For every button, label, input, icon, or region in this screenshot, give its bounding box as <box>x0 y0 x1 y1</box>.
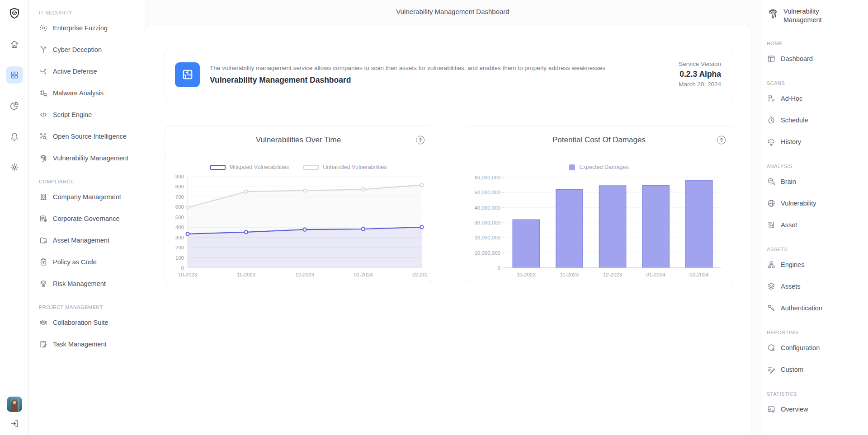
user-avatar[interactable] <box>7 397 22 412</box>
sidebar-item-asset-management[interactable]: Asset Management <box>39 229 144 251</box>
sidebar-item-risk-management[interactable]: Risk Management <box>39 273 144 295</box>
nav-item-authentication[interactable]: Authentication <box>767 297 868 319</box>
nav-item-label: Schedule <box>781 117 808 124</box>
sidebar-item-label: Risk Management <box>53 280 106 287</box>
svg-text:100: 100 <box>175 255 184 261</box>
sidebar-item-company-management[interactable]: Company Management <box>39 186 144 208</box>
nav-item-brain[interactable]: Brain <box>767 171 868 192</box>
nav-item-vulnerability[interactable]: Vulnerability <box>767 192 868 214</box>
pen-lines-icon <box>767 365 776 374</box>
help-icon[interactable]: ? <box>416 136 425 144</box>
sidebar-item-script-engine[interactable]: Script Engine <box>39 104 144 126</box>
fingerprint-icon <box>767 7 779 19</box>
svg-text:60,000,000: 60,000,000 <box>474 175 500 180</box>
svg-text:800: 800 <box>175 184 184 189</box>
potential-cost-of-damages-card: Potential Cost Of Damages ? Expected Dam… <box>465 126 733 284</box>
svg-text:400: 400 <box>175 225 184 230</box>
avatar-image <box>7 397 22 412</box>
settings-gear-icon <box>9 162 19 172</box>
vulnerabilities-over-time-card: Vulnerabilities Over Time ? Mitigated Vu… <box>165 126 432 284</box>
bar-chart-plot: 010,000,00020,000,00030,000,00040,000,00… <box>470 174 728 280</box>
sidebar-item-open-source-intelligence[interactable]: Open Source Intelligence <box>39 126 144 147</box>
sidebar-item-label: Policy as Code <box>53 258 97 266</box>
nav-item-assets[interactable]: Assets <box>767 276 868 297</box>
nav-item-label: Configuration <box>781 344 820 351</box>
nav-item-engines[interactable]: Engines <box>767 254 868 276</box>
content-panel: The vulnerability management service all… <box>145 25 751 435</box>
sidebar-item-cyber-deception[interactable]: Cyber Deception <box>39 39 144 61</box>
dashboard-grid-icon <box>10 70 19 80</box>
app-logo[interactable] <box>8 7 21 20</box>
svg-text:02-2024: 02-2024 <box>689 272 709 277</box>
svg-text:01-2024: 01-2024 <box>354 272 373 277</box>
stopwatch-icon <box>767 116 776 125</box>
module-brand: Vulnerability Management <box>767 7 857 24</box>
branch-icon <box>39 45 48 54</box>
section-title-statistics: STATISTICS <box>767 391 868 397</box>
rail-dashboard-button[interactable] <box>6 66 23 84</box>
section-title-it-security: IT SECURITY <box>39 10 144 15</box>
nav-item-schedule[interactable]: Schedule <box>767 109 868 131</box>
service-version-date: March 20, 2024 <box>679 81 721 88</box>
nav-item-history[interactable]: History <box>767 131 868 153</box>
nav-item-custom[interactable]: Custom <box>767 359 868 380</box>
sidebar-item-label: Script Engine <box>53 111 92 118</box>
sidebar-item-label: Asset Management <box>53 237 109 244</box>
rail-notifications-button[interactable] <box>9 131 19 141</box>
chart-title: Vulnerabilities Over Time <box>256 136 341 145</box>
sidebar-item-label: Malware Analysis <box>53 89 104 97</box>
line-chart-plot: 010020030040050060070080090010-202311-20… <box>170 174 427 280</box>
help-icon[interactable]: ? <box>717 136 726 144</box>
service-title: Vulnerability Management Dashboard <box>210 75 679 85</box>
sidebar-item-label: Active Defense <box>53 68 97 75</box>
sidebar-item-active-defense[interactable]: Active Defense <box>39 61 144 82</box>
sidebar-item-label: Task Management <box>53 341 106 348</box>
nav-item-ad-hoc[interactable]: Ad-Hoc <box>767 88 868 109</box>
sidebar-item-policy-as-code[interactable]: Policy as Code <box>39 251 144 273</box>
service-version-block: Service Version 0.2.3 Alpha March 20, 20… <box>679 61 721 88</box>
sidebar-item-enterprise-fuzzing[interactable]: Enterprise Fuzzing <box>39 17 144 39</box>
nav-item-dashboard[interactable]: Dashboard <box>767 48 868 70</box>
svg-text:10-2023: 10-2023 <box>178 272 197 277</box>
sidebar-item-corporate-governance[interactable]: Corporate Governance <box>39 208 144 229</box>
fingerprint-icon <box>39 154 48 163</box>
svg-text:50,000,000: 50,000,000 <box>474 190 500 195</box>
section-title-project-management: PROJECT MANAGEMENT <box>39 304 144 310</box>
sidebar-item-malware-analysis[interactable]: Malware Analysis <box>39 82 144 104</box>
rail-settings-button[interactable] <box>9 162 19 172</box>
legend-swatch-unhandled <box>303 165 319 170</box>
chart-card-header: Potential Cost Of Damages ? <box>465 126 733 154</box>
svg-text:12-2023: 12-2023 <box>295 272 314 277</box>
network-search-icon <box>39 132 48 141</box>
dashboard-layout-icon <box>181 68 194 81</box>
legend-label-mitigated: Mitigated Vulnerabilities <box>230 164 289 170</box>
service-description: The vulnerability management service all… <box>210 65 679 71</box>
section-title-home: HOME <box>767 41 868 46</box>
nav-item-label: Overview <box>781 406 808 413</box>
sidebar-item-task-management[interactable]: Task Management <box>39 333 144 355</box>
bug-search-icon <box>39 89 48 98</box>
service-version-label: Service Version <box>679 61 721 68</box>
line-chart-legend: Mitigated Vulnerabilities Unhandled Vuln… <box>165 164 432 170</box>
svg-text:20,000,000: 20,000,000 <box>474 235 500 240</box>
rail-home-button[interactable] <box>9 39 19 49</box>
sidebar-item-collaboration-suite[interactable]: Collaboration Suite <box>39 312 144 333</box>
svg-text:0: 0 <box>181 265 184 271</box>
svg-text:300: 300 <box>175 235 184 240</box>
nav-item-configuration[interactable]: Configuration <box>767 337 868 359</box>
logout-button[interactable] <box>9 419 19 429</box>
nav-item-overview[interactable]: Overview <box>767 398 868 420</box>
nav-item-asset[interactable]: Asset <box>767 214 868 236</box>
nav-item-label: Dashboard <box>781 55 813 62</box>
section-title-analysis: ANALYSIS <box>767 164 868 169</box>
svg-text:0: 0 <box>498 265 500 271</box>
legend-label-unhandled: Unhandled Vulnerabilities <box>323 164 387 170</box>
sidebar-item-vulnerability-management[interactable]: Vulnerability Management <box>39 147 144 169</box>
building-icon <box>39 192 48 201</box>
svg-text:600: 600 <box>175 204 184 210</box>
right-sidebar: Vulnerability Management HOME Dashboard … <box>761 0 868 435</box>
pie-chart-icon <box>9 101 19 111</box>
folder-icon <box>39 236 48 245</box>
people-icon <box>39 318 48 327</box>
rail-analytics-button[interactable] <box>9 101 19 111</box>
